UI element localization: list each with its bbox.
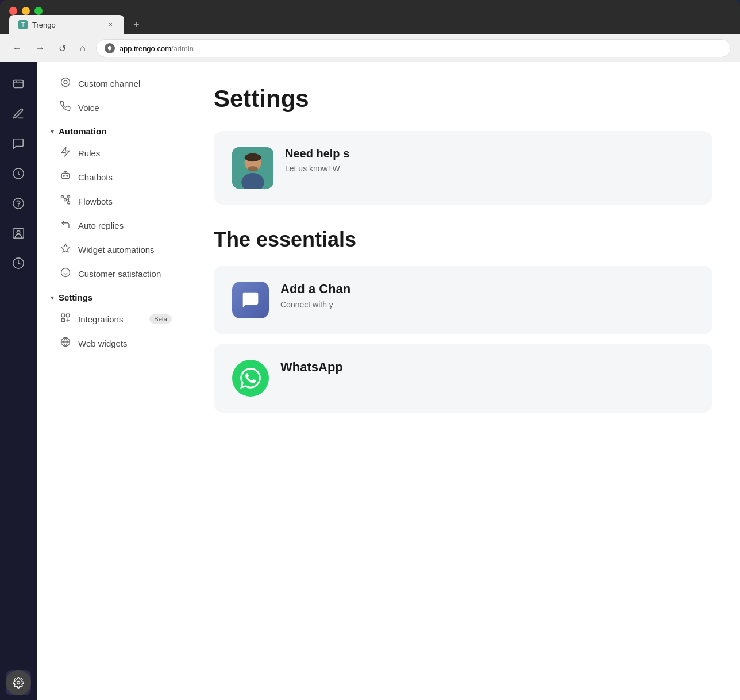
whatsapp-title: WhatsApp [280, 360, 343, 375]
url-bar[interactable]: app.trengo.com/admin [96, 39, 731, 57]
svg-point-13 [67, 175, 68, 176]
svg-point-7 [17, 682, 20, 684]
nav-item-custom-channel[interactable]: Custom channel [37, 71, 186, 95]
svg-point-8 [61, 78, 70, 87]
add-channel-subtitle: Connect with y [280, 300, 350, 309]
settings-chevron: ▾ [51, 294, 54, 302]
chatbots-label: Chatbots [78, 172, 113, 182]
rules-label: Rules [78, 148, 100, 158]
customer-satisfaction-icon [60, 267, 71, 280]
sidebar-item-broadcast[interactable] [6, 161, 31, 186]
svg-rect-23 [61, 319, 64, 322]
svg-rect-15 [64, 199, 67, 201]
automation-chevron: ▾ [51, 128, 54, 136]
add-channel-card[interactable]: Add a Chan Connect with y [214, 266, 712, 334]
svg-rect-0 [14, 80, 24, 88]
svg-point-2 [13, 198, 24, 209]
essentials-section-title: The essentials [214, 228, 712, 252]
browser-tab[interactable]: T Trengo × [9, 15, 124, 34]
help-card-subtitle: Let us know! W [285, 164, 349, 173]
svg-rect-22 [67, 314, 70, 317]
svg-rect-17 [68, 202, 70, 204]
help-card-title: Need help s [285, 147, 349, 160]
flowbots-label: Flowbots [78, 197, 113, 206]
voice-icon [60, 101, 71, 114]
new-tab-button[interactable]: + [126, 15, 147, 34]
sidebar-item-help[interactable] [6, 191, 31, 216]
minimize-window-button[interactable] [22, 7, 30, 15]
sidebar-item-reports[interactable] [6, 251, 31, 276]
back-button[interactable]: ← [9, 41, 25, 56]
gear-icon[interactable] [6, 670, 31, 695]
help-card: Need help s Let us know! W [214, 131, 712, 205]
sidebar-item-settings[interactable] [6, 670, 31, 695]
tab-title: Trengo [32, 21, 102, 29]
browser-navbar: ← → ↺ ⌂ app.trengo.com/admin [0, 34, 740, 62]
nav-item-flowbots[interactable]: Flowbots [37, 189, 186, 213]
nav-item-widget-automations[interactable]: Widget automations [37, 237, 186, 261]
url-text: app.trengo.com/admin [120, 44, 194, 53]
fullscreen-window-button[interactable] [34, 7, 43, 15]
whatsapp-icon [232, 360, 269, 397]
nav-item-voice[interactable]: Voice [37, 95, 186, 120]
nav-item-rules[interactable]: Rules [37, 141, 186, 165]
svg-point-29 [245, 153, 261, 161]
sidebar-item-edit[interactable] [6, 101, 31, 126]
svg-point-5 [17, 230, 20, 234]
widget-automations-icon [60, 243, 71, 256]
nav-item-integrations[interactable]: Integrations Beta [37, 307, 186, 331]
whatsapp-text: WhatsApp [280, 360, 343, 378]
web-widgets-label: Web widgets [78, 339, 128, 348]
tab-close-button[interactable]: × [106, 20, 115, 30]
auto-replies-icon [60, 219, 71, 232]
svg-point-18 [61, 268, 70, 277]
svg-point-3 [18, 206, 19, 206]
forward-button[interactable]: → [32, 41, 48, 56]
channel-card-icon [232, 282, 269, 318]
settings-section-header[interactable]: ▾ Settings [37, 286, 186, 307]
nav-item-customer-satisfaction[interactable]: Customer satisfaction [37, 261, 186, 286]
svg-point-1 [16, 81, 17, 82]
sidebar-item-contacts[interactable] [6, 221, 31, 246]
settings-section: ▾ Settings Integrations Beta [37, 286, 186, 355]
automation-section-header[interactable]: ▾ Automation [37, 120, 186, 141]
nav-item-chatbots[interactable]: Chatbots [37, 165, 186, 189]
custom-channel-icon [60, 77, 71, 90]
svg-rect-21 [61, 314, 64, 317]
svg-rect-4 [13, 229, 24, 239]
main-content: Settings [186, 62, 740, 700]
svg-rect-16 [68, 196, 70, 198]
security-icon [105, 43, 115, 53]
nav-item-auto-replies[interactable]: Auto replies [37, 213, 186, 237]
auto-replies-label: Auto replies [78, 221, 124, 230]
integrations-icon [60, 313, 71, 325]
add-channel-text: Add a Chan Connect with y [280, 282, 350, 309]
rules-icon [60, 147, 71, 159]
svg-point-9 [64, 80, 67, 84]
svg-marker-10 [61, 148, 70, 156]
add-channel-title: Add a Chan [280, 282, 350, 297]
icon-sidebar [0, 62, 37, 700]
whatsapp-card[interactable]: WhatsApp [214, 344, 712, 413]
svg-point-30 [248, 166, 258, 171]
svg-rect-14 [61, 196, 64, 198]
page-title: Settings [214, 85, 712, 113]
channels-section: Custom channel Voice [37, 71, 186, 120]
left-navigation: Custom channel Voice ▾ Automation [37, 62, 186, 700]
automation-section-title: Automation [59, 126, 106, 136]
sidebar-item-inbox[interactable] [6, 71, 31, 97]
close-window-button[interactable] [9, 7, 17, 15]
tab-favicon: T [18, 20, 28, 29]
sidebar-item-conversations[interactable] [6, 131, 31, 156]
reload-button[interactable]: ↺ [55, 41, 70, 56]
automation-section: ▾ Automation Rules [37, 120, 186, 286]
avatar-image [232, 147, 273, 189]
traffic-lights [9, 7, 43, 15]
nav-item-web-widgets[interactable]: Web widgets [37, 331, 186, 355]
support-avatar [232, 147, 273, 189]
beta-badge: Beta [149, 314, 172, 324]
home-button[interactable]: ⌂ [76, 41, 89, 56]
help-card-text: Need help s Let us know! W [285, 147, 349, 173]
integrations-label: Integrations [78, 314, 123, 324]
web-widgets-icon [60, 337, 71, 349]
